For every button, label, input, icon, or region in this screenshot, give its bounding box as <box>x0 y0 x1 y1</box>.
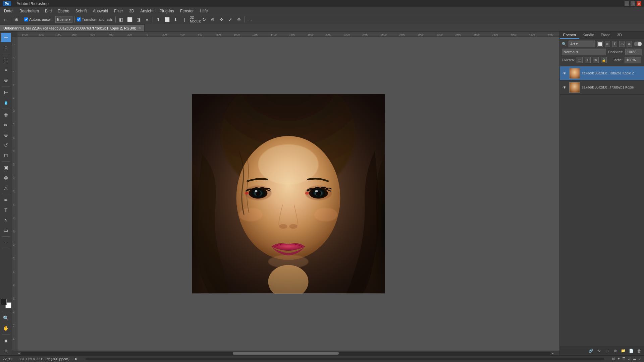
blur-tool[interactable]: ◎ <box>1 173 11 182</box>
roll-3d-icon[interactable]: ⊕ <box>236 16 243 23</box>
filter-toggle[interactable] <box>634 42 642 46</box>
status-indicator[interactable]: ▶ <box>75 357 77 361</box>
filter-smart-icon[interactable]: ⊕ <box>627 41 632 47</box>
color-picker-area[interactable] <box>1 299 11 308</box>
tab-pfade[interactable]: Pfade <box>597 32 614 39</box>
lasso-tool[interactable]: ⌖ <box>1 65 11 75</box>
tab-kanaele[interactable]: Kanäle <box>579 32 597 39</box>
path-select-tool[interactable]: ↖ <box>1 216 11 225</box>
align-top-icon[interactable]: ⬆ <box>155 16 162 23</box>
menu-plugins[interactable]: Plug-ins <box>157 7 177 15</box>
expand-icon[interactable]: ⤢ <box>638 357 641 361</box>
minimize-button[interactable]: — <box>625 1 629 6</box>
move-3d-icon[interactable]: ✛ <box>218 16 225 23</box>
extra-tool2[interactable]: ⊞ <box>1 346 11 355</box>
brush-tool[interactable]: ✏ <box>1 120 11 130</box>
menu-ansicht[interactable]: Ansicht <box>138 7 156 15</box>
pivot-icon[interactable]: ⊕ <box>210 16 216 23</box>
align-right-icon[interactable]: ◨ <box>135 16 142 23</box>
scroll-left-button[interactable]: ◂ <box>17 351 21 355</box>
autom-checkbox[interactable]: Autom. auswi.. <box>24 17 53 21</box>
lock-artboard-icon[interactable]: ⊕ <box>593 57 599 63</box>
layer-adjustment-icon[interactable]: ⊕ <box>612 348 619 354</box>
filter-correction-icon[interactable]: ✏ <box>605 41 610 47</box>
layer-link-icon[interactable]: 🔗 <box>588 348 594 354</box>
eyedropper-tool[interactable]: 💧 <box>1 98 11 107</box>
extra-tools[interactable]: ··· <box>1 238 11 247</box>
pen-tool[interactable]: ✒ <box>1 195 11 205</box>
settings-icon[interactable]: ✦ <box>617 357 620 361</box>
filter-shape-icon[interactable]: ▭ <box>619 41 625 47</box>
healing-tool[interactable]: ✚ <box>1 110 11 120</box>
transform-check-input[interactable] <box>77 17 81 21</box>
menu-bild[interactable]: Bild <box>42 7 54 15</box>
align-center-h-icon[interactable]: ⬜ <box>126 16 133 23</box>
foreground-color-box[interactable] <box>1 299 7 305</box>
close-button[interactable]: ✕ <box>637 1 641 6</box>
blend-mode-dropdown[interactable]: Normal ▾ <box>562 49 606 55</box>
lock-all-icon[interactable]: 🔒 <box>601 57 607 63</box>
scale-3d-icon[interactable]: ⤢ <box>227 16 234 23</box>
opacity-value[interactable]: 100% <box>625 49 642 55</box>
transformation-checkbox[interactable]: Transformationsstr. <box>77 17 113 21</box>
align-vertical-sep-icon[interactable]: | <box>181 16 188 23</box>
history-brush-tool[interactable]: ↺ <box>1 140 11 150</box>
ebene-dropdown[interactable]: Ebene ▾ <box>55 16 72 23</box>
screen-mode-tool[interactable]: ▣ <box>1 336 11 345</box>
h-scrollbar-thumb[interactable] <box>233 352 339 355</box>
tab-ebenen[interactable]: Ebenen <box>560 32 579 39</box>
lock-move-icon[interactable]: ✛ <box>585 57 591 63</box>
align-middle-v-icon[interactable]: ⬜ <box>164 16 170 23</box>
quick-select-tool[interactable]: ⊕ <box>1 75 11 85</box>
autom-check-input[interactable] <box>24 17 28 21</box>
layer-visibility-toggle[interactable]: 👁 <box>562 85 567 90</box>
menu-filter[interactable]: Filter <box>111 7 126 15</box>
gradient-tool[interactable]: ▣ <box>1 163 11 172</box>
menu-bearbeiten[interactable]: Bearbeiten <box>17 7 42 15</box>
tab-close-button[interactable]: ✕ <box>138 26 141 30</box>
shape-tool[interactable]: ▭ <box>1 226 11 235</box>
layer-mask-icon[interactable]: □ <box>604 348 610 354</box>
filter-pixel-icon[interactable]: ⬜ <box>597 41 603 47</box>
horizontal-scrollbar[interactable]: ◂ ▸ <box>12 351 559 355</box>
layer-fx-icon[interactable]: fx <box>596 348 602 354</box>
arrange-icon[interactable]: ⊞ <box>612 357 615 361</box>
eraser-tool[interactable]: ◻ <box>1 150 11 160</box>
align-equal-icon[interactable]: ≡ <box>144 16 151 23</box>
text-tool[interactable]: T <box>1 205 11 215</box>
layer-group-icon[interactable]: 📁 <box>620 348 627 354</box>
menu-fenster[interactable]: Fenster <box>177 7 197 15</box>
flaeche-value[interactable]: 100% <box>625 57 641 63</box>
document-tab[interactable]: Unbenannt-1 bei 22,9% (ca7aedc30a2d3c90d… <box>0 24 145 31</box>
layer-item[interactable]: 👁 ca7aedc30a2d3c...f73db2b1 Kopie <box>560 80 644 95</box>
art-filter-dropdown[interactable]: Art ▾ <box>569 41 595 47</box>
menu-ebene[interactable]: Ebene <box>55 7 72 15</box>
more-options-icon[interactable]: ... <box>247 16 254 23</box>
layer-item[interactable]: 👁 ca7aedc30a2d3c...3db2b1 Kopie 2 <box>560 66 644 80</box>
lock-pixel-icon[interactable]: ⬚ <box>577 57 583 63</box>
layer-new-icon[interactable]: 📄 <box>628 348 635 354</box>
tool-icon[interactable]: ⊕ <box>13 16 20 23</box>
marquee-tool[interactable]: ⬚ <box>1 55 11 65</box>
share-icon[interactable]: ⊕ <box>628 357 631 361</box>
clone-stamp-tool[interactable]: ⊕ <box>1 130 11 140</box>
align-left-icon[interactable]: ◧ <box>118 16 124 23</box>
filter-text-icon[interactable]: T <box>612 41 618 47</box>
menu-schrift[interactable]: Schrift <box>73 7 90 15</box>
artboard-tool[interactable]: ⊡ <box>1 43 11 52</box>
move-tool[interactable]: ✛ <box>1 33 11 42</box>
scroll-right-button[interactable]: ▸ <box>551 351 555 355</box>
layers-icon[interactable]: ☰ <box>622 357 626 361</box>
align-bottom-icon[interactable]: ⬇ <box>172 16 179 23</box>
document-canvas[interactable] <box>17 37 559 351</box>
menu-hilfe[interactable]: Hilfe <box>197 7 211 15</box>
h-scrollbar-track[interactable] <box>21 352 551 355</box>
maximize-button[interactable]: □ <box>631 1 635 6</box>
menu-3d[interactable]: 3D <box>126 7 137 15</box>
crop-tool[interactable]: ⊢ <box>1 88 11 97</box>
layer-delete-icon[interactable]: 🗑 <box>636 348 643 354</box>
home-button[interactable]: ⌂ <box>2 16 9 23</box>
layer-visibility-toggle[interactable]: 👁 <box>562 71 567 76</box>
menu-datei[interactable]: Datei <box>1 7 16 15</box>
zoom-tool[interactable]: 🔍 <box>1 313 11 323</box>
